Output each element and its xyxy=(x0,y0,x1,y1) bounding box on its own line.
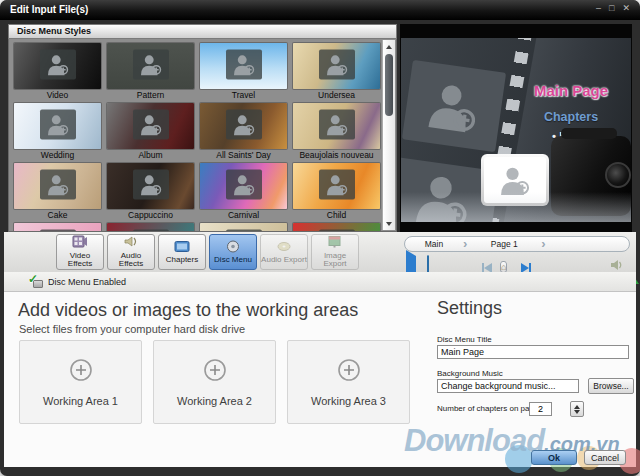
menu-style-item[interactable]: Beaujolais nouveau xyxy=(290,103,383,161)
menu-style-thumbnail[interactable] xyxy=(293,163,380,209)
menu-style-item[interactable]: Travel xyxy=(197,43,290,101)
background-music-input[interactable] xyxy=(437,379,579,393)
person-placeholder-icon xyxy=(226,110,262,140)
person-placeholder-icon xyxy=(40,50,76,80)
settings-heading: Settings xyxy=(437,298,502,319)
disc-menu-title-label: Disc Menu Title xyxy=(437,335,492,344)
menu-style-item[interactable]: Video xyxy=(11,43,104,101)
menu-style-label: All Saints' Day xyxy=(197,149,290,161)
scroll-up-icon[interactable] xyxy=(383,41,395,52)
preview-chapters-link[interactable]: Chapters xyxy=(523,110,619,124)
working-area-label: Working Area 3 xyxy=(311,395,386,407)
menu-style-label: Carnival xyxy=(197,209,290,221)
audio-export-icon xyxy=(276,240,292,256)
menu-style-item[interactable]: Cappuccino xyxy=(104,163,197,221)
person-placeholder-icon xyxy=(40,170,76,200)
preview-menu-title[interactable]: Main Page xyxy=(523,82,619,99)
chapters-count-label: Number of chapters on page: xyxy=(437,404,541,413)
menu-style-thumbnail[interactable] xyxy=(293,43,380,89)
styles-scrollbar[interactable] xyxy=(382,40,395,230)
menu-style-item[interactable]: Undersea xyxy=(290,43,383,101)
disc-menu-title-input[interactable] xyxy=(437,345,629,359)
playback-controls: ⌂ xyxy=(400,255,636,271)
menu-style-thumbnail[interactable] xyxy=(200,43,287,89)
menu-style-item[interactable]: Pattern xyxy=(104,43,197,101)
camcorder-image xyxy=(481,128,631,220)
menu-style-label: Travel xyxy=(197,89,290,101)
chapters-icon xyxy=(174,240,190,256)
working-area-label: Working Area 2 xyxy=(177,395,252,407)
menu-style-label: Beaujolais nouveau xyxy=(290,149,383,161)
menu-style-thumbnail[interactable] xyxy=(107,163,194,209)
menu-style-thumbnail[interactable] xyxy=(200,163,287,209)
person-placeholder-icon xyxy=(226,50,262,80)
menu-style-thumbnail[interactable] xyxy=(293,103,380,149)
disc-menu-button[interactable]: Disc Menu xyxy=(209,234,257,270)
video-effects-button[interactable]: Video Effects xyxy=(56,234,104,270)
chapters-button[interactable]: Chapters xyxy=(158,234,206,270)
menu-style-thumbnail[interactable] xyxy=(107,103,194,149)
chapters-count-input[interactable] xyxy=(529,402,552,416)
menu-style-thumbnail[interactable] xyxy=(14,103,101,149)
chapters-count-stepper[interactable] xyxy=(570,401,584,417)
window-title: Edit Input File(s) xyxy=(10,4,88,15)
person-placeholder-icon xyxy=(319,170,355,200)
menu-style-label: Cappuccino xyxy=(104,209,197,221)
menu-style-label: Video xyxy=(11,89,104,101)
disc-menu-icon xyxy=(225,240,241,256)
maximize-icon[interactable]: □ xyxy=(609,3,614,13)
browse-button[interactable]: Browse... xyxy=(588,378,634,394)
close-icon[interactable]: ✕ xyxy=(622,3,630,13)
working-areas-heading: Add videos or images to the working area… xyxy=(18,300,358,321)
menu-style-label: Pattern xyxy=(104,89,197,101)
menu-style-item[interactable]: Wedding xyxy=(11,103,104,161)
breadcrumb-page1-tab[interactable]: Page 1 xyxy=(467,239,541,249)
menu-style-thumbnail[interactable] xyxy=(200,103,287,149)
audio-effects-button[interactable]: Audio Effects xyxy=(107,234,155,270)
chapters-label: Chapters xyxy=(166,256,198,265)
breadcrumb-main-tab[interactable]: Main xyxy=(405,239,463,249)
image-export-label: Image Export xyxy=(312,252,358,269)
menu-style-thumbnail[interactable] xyxy=(14,223,101,232)
scrollbar-thumb[interactable] xyxy=(385,54,393,116)
menu-style-thumbnail[interactable] xyxy=(14,163,101,209)
minimize-icon[interactable]: – xyxy=(596,3,601,13)
person-placeholder-icon xyxy=(133,170,169,200)
menu-style-item[interactable] xyxy=(290,223,383,232)
working-areas: Working Area 1Working Area 2Working Area… xyxy=(19,340,410,424)
person-placeholder-icon xyxy=(319,50,355,80)
background-music-label: Background Music xyxy=(437,369,503,378)
menu-style-thumbnail[interactable] xyxy=(293,223,380,232)
menu-style-item[interactable] xyxy=(11,223,104,232)
menu-style-item[interactable]: Child xyxy=(290,163,383,221)
disc-menu-styles-list: VideoPatternTravelUnderseaWeddingAlbumAl… xyxy=(8,39,397,232)
menu-style-thumbnail[interactable] xyxy=(14,43,101,89)
menu-style-item[interactable]: Cake xyxy=(11,163,104,221)
working-area-dropzone[interactable]: Working Area 3 xyxy=(287,340,410,424)
person-placeholder-icon xyxy=(133,110,169,140)
menu-style-thumbnail[interactable] xyxy=(200,223,287,232)
person-placeholder-icon xyxy=(133,50,169,80)
status-band: ✓ Disc Menu Enabled xyxy=(4,272,636,292)
scroll-down-icon[interactable] xyxy=(383,218,395,229)
person-placeholder-icon xyxy=(40,110,76,140)
page-breadcrumb: Main › Page 1 › xyxy=(404,236,630,252)
menu-style-thumbnail[interactable] xyxy=(107,43,194,89)
menu-style-item[interactable] xyxy=(104,223,197,232)
title-bar[interactable]: Edit Input File(s) – □ ✕ xyxy=(0,0,640,20)
menu-style-item[interactable]: Album xyxy=(104,103,197,161)
menu-style-item[interactable]: Carnival xyxy=(197,163,290,221)
camcorder-screen xyxy=(481,154,549,206)
spinner-up-icon xyxy=(574,405,580,409)
menu-style-thumbnail[interactable] xyxy=(107,223,194,232)
working-area-dropzone[interactable]: Working Area 2 xyxy=(153,340,276,424)
ok-button[interactable]: Ok xyxy=(531,450,577,465)
audio-effects-icon xyxy=(123,235,139,251)
cancel-button[interactable]: Cancel xyxy=(584,450,626,465)
menu-style-item[interactable] xyxy=(197,223,290,232)
disc-menu-enabled-check-icon: ✓ xyxy=(28,275,43,288)
image-export-button: Image Export xyxy=(311,234,359,270)
working-areas-subheading: Select files from your computer hard dis… xyxy=(19,323,245,335)
working-area-dropzone[interactable]: Working Area 1 xyxy=(19,340,142,424)
menu-style-item[interactable]: All Saints' Day xyxy=(197,103,290,161)
